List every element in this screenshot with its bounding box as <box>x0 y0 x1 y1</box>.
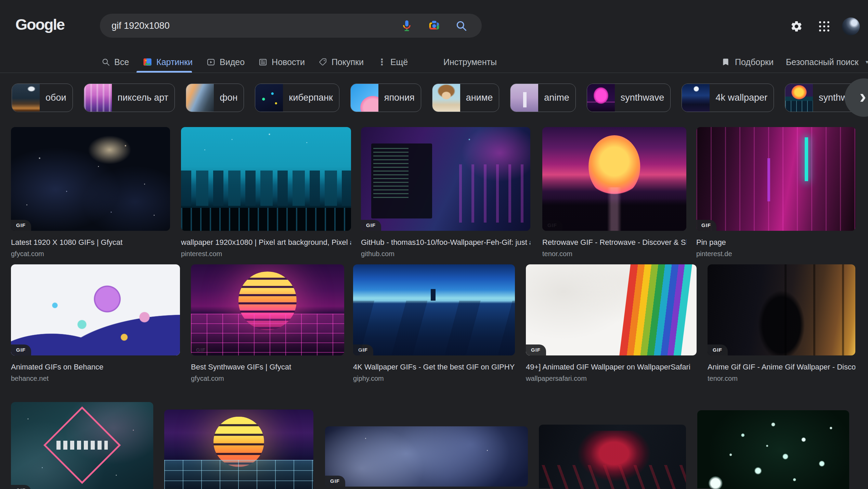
result-thumbnail[interactable]: GIF <box>11 127 170 231</box>
result-domain: wallpapersafari.com <box>526 375 697 383</box>
mic-icon[interactable] <box>400 19 413 32</box>
result-card[interactable]: GIF Retrowave GIF - Retrowave - Discover… <box>542 127 686 258</box>
chip-synthwave[interactable]: synthwave <box>587 84 671 112</box>
shopping-tag-icon <box>319 58 327 66</box>
tab-news[interactable]: Новости <box>258 51 305 73</box>
search-submit-icon[interactable] <box>455 20 467 32</box>
chip-thumbnail <box>12 84 40 112</box>
tab-more[interactable]: ⋮ Ещё <box>377 51 408 73</box>
result-card[interactable]: GIF Latest 1920 X 1080 GIFs | Gfycat gfy… <box>11 127 170 258</box>
result-card[interactable]: GIF Anime Gif GIF - Anime Gif Wallpaper … <box>708 264 855 383</box>
result-thumbnail[interactable]: GIF <box>696 127 856 231</box>
result-domain: github.com <box>361 250 530 258</box>
result-domain: pinterest.com <box>181 250 351 258</box>
result-title[interactable]: 49+] Animated GIF Wallpaper on Wallpaper… <box>526 363 697 372</box>
google-logo[interactable]: Google <box>15 16 64 34</box>
result-card[interactable]: GIF Pin page pinterest.de <box>696 127 856 258</box>
gif-badge: GIF <box>708 344 728 355</box>
camera-lens-icon[interactable] <box>428 19 441 32</box>
user-avatar[interactable] <box>842 17 860 35</box>
result-title[interactable]: GitHub - thomas10-10/foo-Wallpaper-Feh-G… <box>361 238 530 247</box>
gif-badge: GIF <box>361 220 381 231</box>
result-card[interactable]: GIF <box>539 425 686 489</box>
chip-cyberpunk[interactable]: киберпанк <box>255 84 339 112</box>
tab-shopping[interactable]: Покупки <box>319 51 364 73</box>
chip-thumbnail <box>186 84 214 112</box>
gif-badge: GIF <box>191 344 211 355</box>
chip-label: synthwave <box>615 92 671 103</box>
result-domain: tenor.com <box>708 375 855 383</box>
gif-badge: GIF <box>696 220 716 231</box>
result-card[interactable]: GIF wallpaper 1920x1080 | Pixel art back… <box>181 127 351 258</box>
chip-japan[interactable]: япония <box>350 84 421 112</box>
chip-oboi[interactable]: обои <box>12 84 73 112</box>
search-bar[interactable] <box>100 14 482 38</box>
video-icon <box>206 58 216 67</box>
chip-thumbnail <box>510 84 538 112</box>
result-thumbnail[interactable]: GIF <box>11 264 180 355</box>
google-apps-grid-icon[interactable] <box>819 21 830 32</box>
chevron-right-icon: › <box>859 86 866 106</box>
result-domain: giphy.com <box>353 375 515 383</box>
search-input[interactable] <box>100 21 400 31</box>
result-card[interactable]: GIF 49+] Animated GIF Wallpaper on Wallp… <box>526 264 697 383</box>
result-thumbnail[interactable]: GIF <box>353 264 515 355</box>
search-bar-icons <box>400 19 482 32</box>
tools-label: Инструменты <box>443 57 497 67</box>
tab-video[interactable]: Видео <box>206 51 245 73</box>
result-title[interactable]: Latest 1920 X 1080 GIFs | Gfycat <box>11 238 170 247</box>
tab-video-label: Видео <box>220 57 245 67</box>
result-card[interactable]: GIF Animated GIFs on Behance behance.net <box>11 264 180 383</box>
result-thumbnail[interactable]: GIF <box>697 410 849 489</box>
tabs-right-actions: Подборки Безопасный поиск ▼ <box>721 51 868 73</box>
result-title[interactable]: 4K Wallpaper GIFs - Get the best GIF on … <box>353 363 515 372</box>
chip-anime-ru[interactable]: аниме <box>432 84 500 112</box>
result-title[interactable]: Anime Gif GIF - Anime Gif Wallpaper - Di… <box>708 363 855 372</box>
result-thumbnail[interactable]: GIF <box>181 127 351 231</box>
result-card[interactable]: GIF <box>697 410 849 489</box>
tab-all[interactable]: Все <box>101 51 129 73</box>
result-title[interactable]: wallpaper 1920x1080 | Pixel art backgrou… <box>181 238 351 247</box>
result-thumbnail[interactable]: GIF <box>708 264 855 355</box>
tab-images[interactable]: Картинки <box>143 51 193 73</box>
result-thumbnail[interactable]: GIF <box>11 402 153 489</box>
chip-4k-wallpaper[interactable]: 4k wallpaper <box>682 84 774 112</box>
tab-all-label: Все <box>114 57 129 67</box>
result-card[interactable]: GIF <box>164 410 313 489</box>
result-thumbnail[interactable]: GIF <box>164 410 313 489</box>
result-card[interactable]: GIF GitHub - thomas10-10/foo-Wallpaper-F… <box>361 127 530 258</box>
collections-button[interactable]: Подборки <box>735 57 774 67</box>
result-card[interactable]: GIF <box>325 426 528 487</box>
chip-anime-en[interactable]: anime <box>510 84 576 112</box>
tab-images-label: Картинки <box>156 57 193 67</box>
collections-bookmark-icon <box>721 57 730 67</box>
gif-badge: GIF <box>325 476 345 487</box>
chip-label: пиксель арт <box>112 92 175 103</box>
result-thumbnail[interactable]: GIF <box>361 127 530 231</box>
result-title[interactable]: Best Synthwave GIFs | Gfycat <box>191 363 344 372</box>
result-title[interactable]: Pin page <box>696 238 856 247</box>
result-card[interactable]: GIF <box>11 402 153 489</box>
result-card[interactable]: GIF Best Synthwave GIFs | Gfycat gfycat.… <box>191 264 344 383</box>
result-thumbnail[interactable]: GIF <box>191 264 344 355</box>
settings-gear-icon[interactable] <box>790 20 803 34</box>
result-domain: gfycat.com <box>11 250 170 258</box>
result-title[interactable]: Retrowave GIF - Retrowave - Discover & S… <box>542 238 686 247</box>
result-thumbnail[interactable]: GIF <box>542 127 686 231</box>
result-thumbnail[interactable]: GIF <box>526 264 697 355</box>
tab-more-label: Ещё <box>390 57 408 67</box>
result-domain: gfycat.com <box>191 375 344 383</box>
chip-pixel-art[interactable]: пиксель арт <box>84 84 175 112</box>
chip-thumbnail <box>432 84 460 112</box>
chip-fon[interactable]: фон <box>186 84 244 112</box>
result-title[interactable]: Animated GIFs on Behance <box>11 363 180 372</box>
gif-badge: GIF <box>181 220 201 231</box>
result-thumbnail[interactable]: GIF <box>539 425 686 489</box>
safe-search-button[interactable]: Безопасный поиск <box>786 57 858 67</box>
gif-badge: GIF <box>11 220 31 231</box>
tools-button[interactable]: Инструменты <box>443 51 497 73</box>
gif-badge: GIF <box>11 344 31 355</box>
result-card[interactable]: GIF 4K Wallpaper GIFs - Get the best GIF… <box>353 264 515 383</box>
result-thumbnail[interactable]: GIF <box>325 426 528 487</box>
safe-search-caret-icon[interactable]: ▼ <box>865 59 868 65</box>
